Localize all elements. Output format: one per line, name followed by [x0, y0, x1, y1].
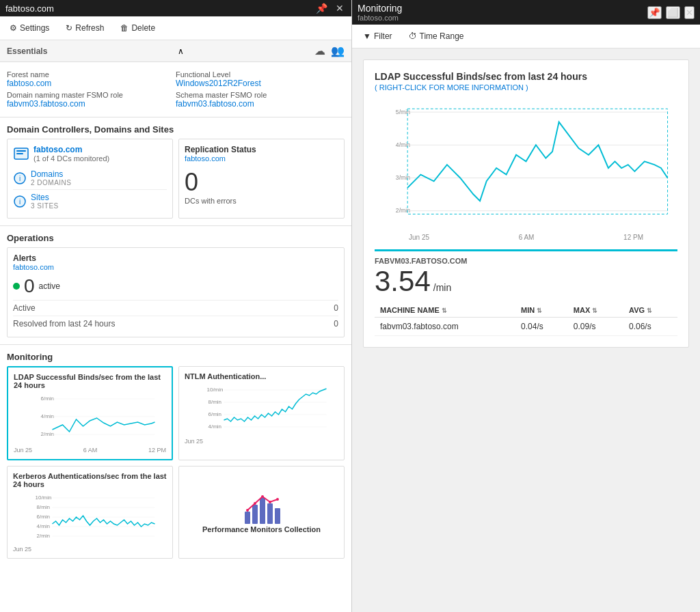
- svg-rect-49: [407, 109, 667, 214]
- right-panel: Monitoring fabtoso.com 📌 ⬜ ✕ ▼ Filter ⏱ …: [352, 0, 700, 612]
- domains-icon: i: [13, 171, 27, 185]
- dc-grid: fabtoso.com (1 of 4 DCs monitored) i Dom…: [0, 139, 351, 226]
- right-titlebar: Monitoring fabtoso.com 📌 ⬜ ✕: [352, 0, 700, 25]
- svg-rect-32: [252, 505, 258, 524]
- svg-text:4/min: 4/min: [208, 423, 222, 430]
- svg-rect-34: [267, 503, 273, 524]
- svg-text:i: i: [19, 175, 21, 182]
- avg-header: AVG ⇅: [623, 303, 677, 318]
- resolved-ops-row: Resolved from last 24 hours 0: [13, 316, 338, 331]
- perf-chart-icon: [241, 491, 282, 525]
- svg-text:6/min: 6/min: [208, 411, 222, 417]
- right-titlebar-controls: 📌 ⬜ ✕: [647, 6, 695, 19]
- left-titlebar-controls: 📌 ✕: [314, 3, 346, 14]
- left-panel-content: Essentials ∧ ☁ 👥 Forest name fabtoso.com…: [0, 40, 351, 612]
- right-pin-button[interactable]: 📌: [647, 6, 662, 19]
- operations-title: Operations: [0, 226, 351, 247]
- right-restore-button[interactable]: ⬜: [666, 6, 680, 19]
- users-icon[interactable]: 👥: [331, 44, 345, 57]
- svg-text:i: i: [19, 198, 21, 206]
- sort-icon-machine[interactable]: ⇅: [442, 307, 447, 314]
- left-titlebar: fabtoso.com 📌 ✕: [0, 0, 351, 16]
- settings-button[interactable]: ⚙ Settings: [7, 22, 52, 34]
- right-panel-subtitle: fabtoso.com: [358, 14, 402, 22]
- dc-card-header: fabtoso.com (1 of 4 DCs monitored): [13, 145, 167, 163]
- metrics-table: MACHINE NAME ⇅ MIN ⇅ MAX ⇅ AVG: [375, 303, 677, 336]
- svg-point-40: [276, 498, 279, 501]
- svg-text:6/min: 6/min: [41, 395, 55, 402]
- forest-name-item: Forest name fabtoso.com: [7, 69, 176, 89]
- min-header: MIN ⇅: [515, 303, 568, 318]
- refresh-button[interactable]: ↻ Refresh: [63, 22, 107, 34]
- table-row: fabvm03.fabtoso.com 0.04/s 0.09/s 0.06/s: [375, 318, 677, 336]
- sites-icon: i: [13, 195, 27, 208]
- domain-naming-item: Domain naming master FSMO role fabvm03.f…: [7, 89, 176, 110]
- close-left-button[interactable]: ✕: [334, 3, 346, 14]
- sort-icon-max[interactable]: ⇅: [592, 307, 597, 314]
- essentials-grid: Forest name fabtoso.com Functional Level…: [0, 62, 351, 117]
- active-ops-row: Active 0: [13, 300, 338, 316]
- kerberos-monitor-card[interactable]: Kerberos Authentications/sec from the la…: [7, 466, 173, 559]
- left-panel-title: fabtoso.com: [5, 3, 54, 14]
- current-value-section: FABVM03.FABTOSO.COM 3.54 /min: [375, 249, 677, 298]
- delete-button[interactable]: 🗑 Delete: [118, 22, 158, 34]
- svg-text:10/min: 10/min: [207, 387, 224, 393]
- essentials-icons: ☁ 👥: [314, 44, 345, 57]
- time-range-button[interactable]: ⏱ Time Range: [406, 30, 467, 42]
- svg-text:10/min: 10/min: [36, 495, 52, 501]
- essentials-bar: Essentials ∧ ☁ 👥: [0, 40, 351, 62]
- ops-card: Alerts fabtoso.com 0 active Active 0 Res…: [7, 247, 345, 337]
- domains-item: i Domains 2 DOMAINS: [13, 167, 167, 190]
- svg-point-38: [261, 495, 264, 498]
- operations-section: Alerts fabtoso.com 0 active Active 0 Res…: [0, 247, 351, 345]
- ntlm-chart: 10/min 8/min 6/min 4/min: [185, 383, 338, 438]
- right-close-button[interactable]: ✕: [684, 6, 695, 19]
- delete-icon: 🗑: [120, 23, 129, 33]
- svg-text:2/min: 2/min: [37, 533, 51, 539]
- alert-row: 0 active: [13, 275, 338, 297]
- main-chart-card: LDAP Successful Binds/sec from last 24 h…: [363, 59, 689, 348]
- left-panel: fabtoso.com 📌 ✕ ⚙ Settings ↻ Refresh 🗑 D…: [0, 0, 352, 612]
- main-chart: 5/min 4/min 3/min 2/min: [375, 100, 677, 236]
- dc-card-icon: [13, 145, 29, 162]
- schema-master-item: Schema master FSMO role fabvm03.fabtoso.…: [176, 89, 345, 110]
- svg-rect-1: [16, 150, 26, 152]
- clock-icon: ⏱: [409, 31, 417, 41]
- svg-text:6/min: 6/min: [37, 514, 51, 520]
- pin-button[interactable]: 📌: [314, 3, 329, 14]
- kerberos-chart: 10/min 8/min 6/min 4/min 2/min: [13, 491, 167, 546]
- left-toolbar: ⚙ Settings ↻ Refresh 🗑 Delete: [0, 16, 351, 40]
- dc-section-title: Domain Controllers, Domains and Sites: [0, 117, 351, 139]
- filter-button[interactable]: ▼ Filter: [360, 30, 395, 42]
- dc-card: fabtoso.com (1 of 4 DCs monitored) i Dom…: [7, 139, 173, 219]
- filter-icon: ▼: [363, 31, 371, 41]
- svg-text:8/min: 8/min: [208, 399, 222, 405]
- sort-icon-min[interactable]: ⇅: [537, 307, 542, 314]
- svg-rect-2: [16, 153, 23, 154]
- svg-text:4/min: 4/min: [41, 413, 55, 419]
- max-header: MAX ⇅: [568, 303, 623, 318]
- svg-text:4/min: 4/min: [37, 523, 51, 529]
- right-panel-title: Monitoring: [358, 3, 402, 14]
- cloud-icon[interactable]: ☁: [314, 44, 325, 57]
- svg-point-37: [254, 502, 256, 505]
- essentials-label: Essentials: [7, 46, 47, 56]
- essentials-collapse-icon[interactable]: ∧: [178, 46, 184, 56]
- perf-monitors-card[interactable]: Performance Monitors Collection: [178, 466, 345, 559]
- machine-name-header: MACHINE NAME ⇅: [375, 303, 515, 318]
- monitoring-grid: LDAP Successful Binds/sec from the last …: [7, 366, 345, 460]
- ldap-chart: 6/min 4/min 2/min: [14, 392, 166, 447]
- ntlm-monitor-card[interactable]: NTLM Authentication... 10/min 8/min 6/mi…: [178, 366, 345, 460]
- svg-text:2/min: 2/min: [41, 431, 55, 437]
- svg-rect-35: [275, 508, 280, 524]
- monitoring-grid-bottom: Kerberos Authentications/sec from the la…: [7, 466, 345, 559]
- ldap-monitor-card[interactable]: LDAP Successful Binds/sec from the last …: [7, 366, 173, 460]
- right-content: LDAP Successful Binds/sec from last 24 h…: [352, 48, 700, 612]
- functional-level-item: Functional Level Windows2012R2Forest: [176, 69, 345, 89]
- ntlm-chart-labels: Jun 25: [185, 438, 338, 445]
- svg-point-36: [246, 509, 249, 512]
- svg-rect-33: [260, 498, 265, 524]
- ldap-chart-labels: Jun 25 6 AM 12 PM: [14, 447, 166, 454]
- svg-point-39: [269, 501, 271, 503]
- sort-icon-avg[interactable]: ⇅: [647, 307, 652, 314]
